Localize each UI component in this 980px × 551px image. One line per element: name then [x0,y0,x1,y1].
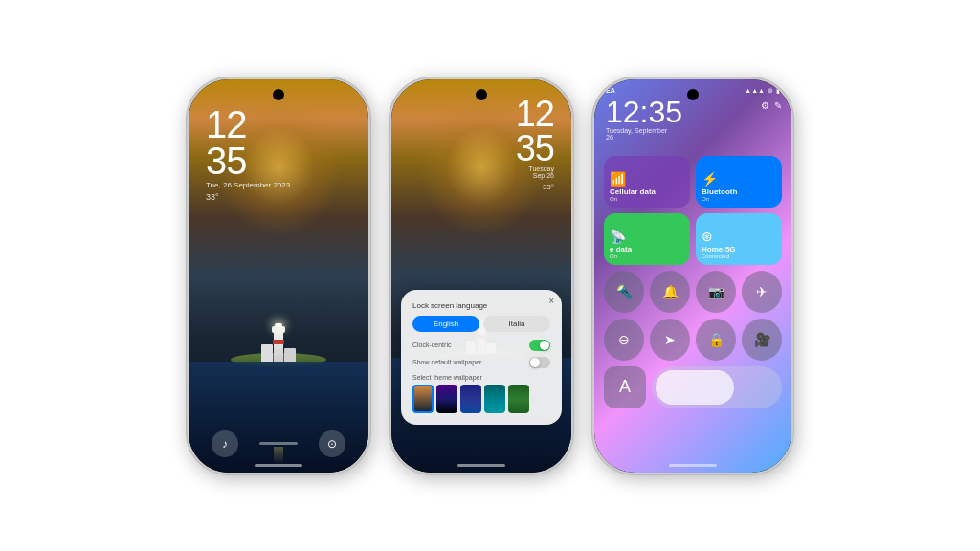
edata-tile[interactable]: 📡 e data On [604,213,690,265]
volume-up-btn-3[interactable] [592,156,593,185]
volume-down-btn-3[interactable] [592,192,593,221]
location-tile[interactable]: ➤ [650,319,690,361]
bluetooth-icon: ⚡ [702,171,776,187]
alarm-tile[interactable]: 🔔 [650,271,690,313]
cc-date: Tuesday, September [606,127,682,134]
lock-time-1: 12 35 Tue, 26 September 2023 [206,106,290,189]
power-btn-2[interactable] [572,175,573,223]
text-tile[interactable]: A [604,366,646,408]
lighthouse-scene [235,299,322,362]
cellular-tile[interactable]: 📶 Cellular data On [604,156,690,208]
home5g-tile[interactable]: ⊛ Home-5G Connected [696,213,782,265]
bottom-icons-1: ♪ ⊙ [189,430,368,457]
wifi-icon: ⊛ [768,87,773,95]
lock-time-2: 12 35 Tuesday Sep.26 [516,97,554,179]
wallpaper-thumb-1[interactable] [412,385,434,413]
wallpaper-thumb-4[interactable] [484,385,505,413]
date-line2-2: Sep.26 [516,172,554,179]
home-indicator-2 [457,464,505,467]
wallpaper-thumbs [412,385,550,413]
flashlight-tile[interactable]: 🔦 [604,271,644,313]
date-display-1: Tue, 26 September 2023 [206,181,290,189]
wallpaper-section-label: Select theme wallpaper [412,374,550,381]
phone-2-container: 12 35 Tuesday Sep.26 33° × Lock screen l… [390,77,573,474]
toggle-thumb-2 [530,358,540,367]
lang-buttons: English Italia [412,316,550,332]
camera-tile[interactable]: 📷 [696,271,736,313]
phone-1-screen: 12 35 Tue, 26 September 2023 33° ♪ ⊙ [189,79,368,473]
brightness-slider[interactable] [652,366,782,408]
edata-icon: 📡 [610,229,684,244]
cc-row-3: 🔦 🔔 📷 ✈ [604,271,782,313]
clock-centric-label: Clock-centric [412,342,451,348]
cellular-sub: On [610,196,684,202]
airplane-tile[interactable]: ✈ [742,271,782,313]
home5g-label: Home-5G [702,246,776,253]
dialog-title: Lock screen language [412,301,550,310]
punch-hole-1 [273,89,284,100]
date-line1-2: Tuesday [516,165,554,172]
dnd-tile[interactable]: ⊖ [604,319,644,361]
phone-2-screen: 12 35 Tuesday Sep.26 33° × Lock screen l… [391,79,571,473]
time-display-2: 12 35 [516,97,554,165]
bluetooth-label: Bluetooth [702,188,776,196]
cc-date2: 26 [606,134,682,141]
cc-row-2: 📡 e data On ⊛ Home-5G Connected [604,213,782,265]
lang-italia-btn[interactable]: Italia [483,316,550,332]
slider-fill [656,370,734,405]
home-indicator-1 [255,464,302,467]
toggle-thumb-1 [540,341,549,350]
phone-3-screen: EA ▲▲▲ ⊛ ▮ 12:35 Tuesday, September 26 ⚙… [594,79,791,473]
default-wallpaper-label: Show default wallpaper [412,359,481,365]
edata-label: e data [610,246,684,253]
home5g-icon: ⊛ [702,229,776,244]
edata-sub: On [610,253,684,259]
phone-3-container: EA ▲▲▲ ⊛ ▮ 12:35 Tuesday, September 26 ⚙… [592,77,793,474]
top-right-icons: ⚙ ✎ [761,100,782,111]
camera-icon-1[interactable]: ⊙ [319,430,345,457]
home-indicator-3 [669,464,717,467]
cc-row-1: 📶 Cellular data On ⚡ Bluetooth On [604,156,782,208]
music-icon[interactable]: ♪ [212,430,238,457]
cellular-label: Cellular data [610,188,684,196]
dialog-close-btn[interactable]: × [548,296,554,306]
temp-1: 33° [206,192,219,202]
power-btn-3[interactable] [792,175,793,223]
home5g-sub: Connected [702,253,776,259]
phone-1: 12 35 Tue, 26 September 2023 33° ♪ ⊙ [187,77,370,474]
phone-2: 12 35 Tuesday Sep.26 33° × Lock screen l… [390,77,573,474]
bluetooth-tile[interactable]: ⚡ Bluetooth On [696,156,782,208]
clock-centric-toggle[interactable] [529,340,550,351]
punch-hole-2 [476,89,487,100]
volume-up-btn-2[interactable] [390,156,390,185]
default-wallpaper-row: Show default wallpaper [412,357,550,368]
cc-row-4: ⊖ ➤ 🔒 🎥 [604,319,782,361]
status-bar: EA ▲▲▲ ⊛ ▮ [606,87,780,95]
clock-centric-row: Clock-centric [412,340,550,351]
battery-icon: ▮ [776,87,780,95]
lang-english-btn[interactable]: English [412,316,479,332]
bluetooth-sub: On [702,196,776,202]
wallpaper-thumb-2[interactable] [436,385,457,413]
cc-tiles-area: 📶 Cellular data On ⚡ Bluetooth On 📡 e da… [604,156,782,408]
lang-dialog: × Lock screen language English Italia Cl… [401,290,562,425]
carrier-label: EA [606,87,615,94]
wallpaper-toggle[interactable] [529,357,550,368]
status-icons: ▲▲▲ ⊛ ▮ [745,87,780,95]
video-tile[interactable]: 🎥 [742,319,782,361]
cc-time-big: 12:35 [606,97,682,127]
time-display-1: 12 35 [206,106,290,179]
cellular-icon: 📶 [610,171,684,187]
power-btn[interactable] [369,175,370,223]
volume-up-btn[interactable] [187,156,188,185]
signal-icon: ▲▲▲ [745,87,765,94]
wallpaper-thumb-3[interactable] [460,385,481,413]
cc-time-display: 12:35 Tuesday, September 26 [606,97,682,141]
volume-down-btn[interactable] [187,192,188,221]
settings-icon[interactable]: ⚙ [761,100,769,111]
cc-row-5: A [604,366,782,408]
wallpaper-thumb-5[interactable] [508,385,529,413]
lock-tile[interactable]: 🔒 [696,319,736,361]
edit-icon[interactable]: ✎ [774,100,782,111]
volume-down-btn-2[interactable] [390,192,390,221]
